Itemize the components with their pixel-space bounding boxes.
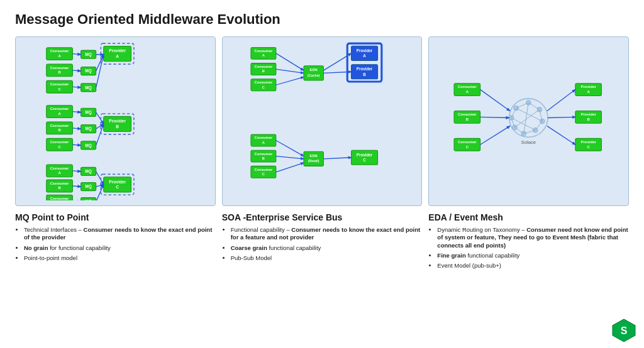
labels-row: MQ Point to Point Technical Interfaces –… <box>15 212 629 273</box>
svg-line-66 <box>72 186 80 187</box>
eda-diagram: Consumer A Consumer B Consumer C <box>428 36 629 206</box>
svg-line-16 <box>72 70 80 71</box>
svg-text:Consumer: Consumer <box>50 49 69 53</box>
svg-text:A: A <box>587 90 591 94</box>
svg-text:Provider: Provider <box>356 153 372 157</box>
svg-text:B: B <box>58 128 61 132</box>
svg-text:C: C <box>363 158 366 162</box>
mq-bullets: Technical Interfaces – Consumer needs to… <box>15 226 216 262</box>
svg-text:B: B <box>466 117 469 121</box>
svg-line-15 <box>72 54 80 55</box>
svg-line-108 <box>276 140 304 156</box>
eda-label-title: EDA / Event Mesh <box>428 212 629 222</box>
svg-text:Provider: Provider <box>581 112 597 116</box>
svg-text:A: A <box>116 54 119 58</box>
svg-line-110 <box>276 163 304 172</box>
svg-text:B: B <box>58 186 61 190</box>
svg-text:MQ: MQ <box>85 85 92 90</box>
svg-text:C: C <box>466 145 469 149</box>
svg-text:MQ: MQ <box>85 184 92 189</box>
svg-text:Consumer: Consumer <box>458 112 477 116</box>
svg-text:Consumer: Consumer <box>50 107 69 111</box>
mq-svg: Consumer A Consumer B Consumer C MQ MQ M… <box>21 42 210 200</box>
svg-line-23 <box>96 55 104 88</box>
eda-label-section: EDA / Event Mesh Dynamic Routing on Taxo… <box>428 212 629 273</box>
svg-line-42 <box>72 144 80 145</box>
svg-text:S: S <box>621 325 628 336</box>
solace-logo: S <box>611 318 634 340</box>
mq-bullet-2: No grain for functional capability <box>24 244 216 252</box>
svg-line-73 <box>96 185 104 200</box>
svg-text:MQ: MQ <box>85 110 92 115</box>
svg-text:A: A <box>58 171 61 175</box>
eda-bullets: Dynamic Routing on Taxonomy – Consumer n… <box>428 226 629 270</box>
eda-svg: Consumer A Consumer B Consumer C <box>434 42 623 200</box>
svg-text:Consumer: Consumer <box>254 65 272 68</box>
svg-text:MQ: MQ <box>85 169 92 174</box>
svg-text:Consumer: Consumer <box>254 152 272 156</box>
svg-text:Provider: Provider <box>109 48 126 53</box>
svg-line-71 <box>96 171 104 185</box>
svg-line-48 <box>96 124 104 145</box>
svg-text:A: A <box>58 112 61 116</box>
svg-line-162 <box>548 117 575 117</box>
svg-text:Provider: Provider <box>356 48 372 53</box>
svg-text:Consumer: Consumer <box>254 80 272 84</box>
mq-diagram: Consumer A Consumer B Consumer C MQ MQ M… <box>15 36 216 206</box>
svg-text:Consumer: Consumer <box>458 140 477 144</box>
svg-text:MQ: MQ <box>85 126 92 131</box>
svg-line-17 <box>72 87 80 87</box>
svg-text:C: C <box>587 145 591 149</box>
svg-line-65 <box>72 171 80 171</box>
svg-text:(Retail): (Retail) <box>308 159 319 163</box>
svg-text:Consumer: Consumer <box>458 85 477 89</box>
svg-text:C: C <box>262 85 264 89</box>
soa-bullets: Functional capability – Consumer needs t… <box>222 226 423 262</box>
svg-text:Consumer: Consumer <box>254 49 272 53</box>
svg-text:C: C <box>262 172 264 176</box>
svg-text:MQ: MQ <box>85 199 92 200</box>
svg-line-158 <box>480 90 510 111</box>
svg-text:Consumer: Consumer <box>254 136 272 139</box>
svg-text:EDN: EDN <box>309 68 317 72</box>
svg-text:B: B <box>116 124 119 129</box>
svg-text:C: C <box>58 87 61 91</box>
soa-label-title: SOA -Enterprise Service Bus <box>222 212 423 222</box>
eda-bullet-3: Event Model (pub-sub+) <box>437 262 629 269</box>
soa-svg: Consumer A Consumer B Consumer C EDN (Ca… <box>228 42 417 200</box>
svg-line-159 <box>480 117 509 117</box>
svg-text:Consumer: Consumer <box>50 140 69 144</box>
svg-text:Provider: Provider <box>109 180 126 184</box>
soa-diagram: Consumer A Consumer B Consumer C EDN (Ca… <box>222 36 423 206</box>
soa-bullet-2: Coarse grain functional capability <box>231 244 423 252</box>
soa-bullet-3: Pub-Sub Model <box>231 254 423 262</box>
svg-text:Provider: Provider <box>356 67 372 71</box>
svg-text:Provider: Provider <box>581 140 597 144</box>
mq-bullet-3: Point-to-point model <box>24 254 216 262</box>
svg-text:Provider: Provider <box>581 85 597 89</box>
eda-bullet-2: Fine grain functional capability <box>437 252 629 259</box>
svg-line-161 <box>547 90 575 111</box>
svg-text:Provider: Provider <box>109 119 126 123</box>
svg-text:Solace: Solace <box>521 139 536 145</box>
slide-title: Message Oriented Middleware Evolution <box>15 11 629 28</box>
svg-text:MQ: MQ <box>85 143 92 148</box>
svg-text:EDN: EDN <box>309 154 317 158</box>
svg-text:A: A <box>466 90 469 94</box>
svg-line-160 <box>480 126 510 145</box>
svg-line-117 <box>323 158 351 159</box>
svg-line-85 <box>276 69 304 73</box>
mq-label-section: MQ Point to Point Technical Interfaces –… <box>15 212 216 273</box>
svg-text:Consumer: Consumer <box>50 197 69 200</box>
svg-text:Consumer: Consumer <box>254 168 272 171</box>
svg-line-40 <box>72 112 80 112</box>
svg-text:B: B <box>587 117 591 121</box>
svg-text:B: B <box>262 69 264 73</box>
eda-bullet-1: Dynamic Routing on Taxonomy – Consumer n… <box>437 226 629 249</box>
svg-line-84 <box>276 53 304 70</box>
svg-text:MQ: MQ <box>85 52 92 57</box>
mq-label-title: MQ Point to Point <box>15 212 216 222</box>
svg-text:B: B <box>262 156 264 160</box>
svg-line-22 <box>96 55 104 71</box>
soa-label-section: SOA -Enterprise Service Bus Functional c… <box>222 212 423 273</box>
